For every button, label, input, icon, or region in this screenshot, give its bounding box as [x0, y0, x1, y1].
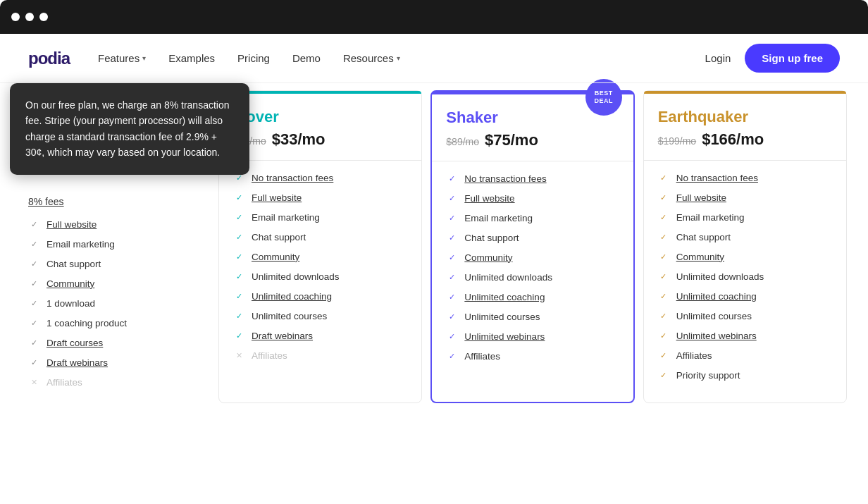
- feature-label[interactable]: Unlimited webinars: [676, 331, 757, 341]
- feature-label[interactable]: Unlimited coaching: [464, 292, 545, 302]
- feature-label[interactable]: Draft webinars: [46, 357, 108, 368]
- feature-label[interactable]: Draft courses: [46, 338, 103, 348]
- chevron-down-icon: ▾: [142, 54, 146, 62]
- check-icon: ✓: [28, 317, 39, 328]
- check-icon: ✓: [28, 278, 39, 289]
- list-item: ✓ Community: [446, 252, 619, 263]
- list-item: ✓ Unlimited courses: [233, 310, 407, 321]
- nav-links: Features ▾ Examples Pricing Demo Resourc…: [98, 52, 705, 64]
- feature-label[interactable]: Full website: [464, 193, 514, 204]
- feature-label: Priority support: [676, 370, 740, 381]
- earthquaker-column: Earthquaker $199/mo $166/mo ✓ No transac…: [643, 90, 847, 403]
- shaker-column: BEST DEAL Shaker $89/mo $75/mo ✓ No tran…: [430, 90, 634, 403]
- list-item: ✓ No transaction fees: [658, 172, 832, 183]
- shaker-feature-list: ✓ No transaction fees ✓ Full website ✓ E…: [446, 173, 619, 362]
- feature-label[interactable]: Unlimited webinars: [464, 331, 545, 342]
- list-item: ✓ Unlimited coaching: [446, 291, 619, 302]
- feature-label[interactable]: Community: [252, 252, 299, 262]
- feature-label[interactable]: Community: [464, 252, 512, 263]
- logo-text: podia: [28, 49, 70, 68]
- fee-link[interactable]: 8% fees: [28, 196, 203, 207]
- check-icon: ✓: [28, 357, 39, 368]
- feature-label: Unlimited courses: [676, 311, 752, 321]
- nav-demo[interactable]: Demo: [292, 52, 321, 64]
- logo[interactable]: podia: [28, 49, 70, 68]
- nav-examples[interactable]: Examples: [168, 52, 215, 64]
- list-item: ✓ Full website: [446, 192, 619, 204]
- check-icon: ✓: [658, 271, 669, 282]
- feature-label: Email marketing: [464, 213, 533, 223]
- feature-label[interactable]: No transaction fees: [464, 173, 546, 184]
- list-item: ✓ Unlimited coaching: [233, 290, 407, 302]
- nav-features[interactable]: Features ▾: [98, 52, 146, 64]
- list-item: ✓ Unlimited courses: [658, 310, 832, 321]
- check-icon: ✓: [446, 311, 457, 322]
- shaker-price-old: $89/mo: [446, 136, 479, 147]
- list-item: ✓ Email marketing: [233, 211, 407, 223]
- login-button[interactable]: Login: [705, 52, 731, 64]
- nav-pricing[interactable]: Pricing: [237, 52, 270, 64]
- feature-label[interactable]: Full website: [676, 192, 726, 203]
- check-icon: ✓: [446, 271, 457, 283]
- free-feature-download: ✓ 1 download: [28, 297, 203, 309]
- list-item: ✓ Email marketing: [658, 211, 832, 223]
- nav-actions: Login Sign up free: [705, 44, 840, 73]
- main-content: On our free plan, we charge an 8% transa…: [0, 83, 868, 410]
- list-item: ✓ No transaction fees: [446, 173, 619, 184]
- feature-label[interactable]: Community: [46, 278, 94, 289]
- check-icon: ✓: [233, 271, 244, 282]
- check-icon: ✓: [658, 211, 669, 223]
- list-item: ✓ Unlimited coaching: [658, 290, 832, 302]
- feature-label[interactable]: Community: [676, 252, 724, 262]
- feature-label: Unlimited courses: [252, 311, 327, 321]
- check-icon: ✓: [658, 330, 669, 341]
- list-item: ✓ Chat support: [658, 231, 832, 242]
- shaker-price-new: $75/mo: [485, 131, 538, 149]
- feature-label: Affiliates: [464, 351, 500, 362]
- free-feature-webinars: ✓ Draft webinars: [28, 357, 203, 368]
- browser-content: podia Features ▾ Examples Pricing Demo R…: [0, 34, 868, 504]
- feature-label[interactable]: Full website: [252, 192, 302, 203]
- feature-label[interactable]: Draft webinars: [252, 331, 313, 341]
- list-item: ✓ Affiliates: [446, 350, 619, 362]
- feature-label: Chat support: [464, 233, 519, 243]
- best-deal-text: BEST: [595, 90, 613, 97]
- feature-label: Unlimited downloads: [464, 272, 552, 283]
- check-icon: ✓: [446, 192, 457, 204]
- check-icon: ✓: [658, 192, 669, 203]
- nav-resources[interactable]: Resources ▾: [343, 52, 400, 64]
- check-icon: ✓: [28, 238, 39, 250]
- best-deal-badge: BEST DEAL: [585, 79, 622, 116]
- feature-label: Chat support: [676, 232, 731, 242]
- check-icon: ✓: [28, 297, 39, 309]
- feature-label: Unlimited courses: [464, 312, 540, 322]
- check-icon: ✓: [28, 337, 39, 348]
- navbar: podia Features ▾ Examples Pricing Demo R…: [0, 34, 868, 83]
- mover-top-bar: [219, 91, 421, 94]
- feature-label[interactable]: No transaction fees: [252, 173, 333, 183]
- check-icon: ✓: [446, 232, 457, 243]
- list-item: ✓ Community: [233, 251, 407, 262]
- feature-label[interactable]: No transaction fees: [676, 173, 758, 183]
- feature-label: Chat support: [252, 232, 306, 242]
- list-item: ✓ Affiliates: [658, 350, 832, 361]
- list-item: ✓ Unlimited courses: [446, 311, 619, 322]
- feature-label: 1 download: [46, 298, 95, 309]
- feature-label[interactable]: Unlimited coaching: [252, 291, 332, 302]
- check-icon: ✓: [446, 291, 457, 302]
- earthquaker-price-new: $166/mo: [702, 130, 764, 149]
- best-deal-text-2: DEAL: [594, 97, 613, 105]
- check-icon: ✓: [658, 350, 669, 361]
- free-feature-chat: ✓ Chat support: [28, 258, 203, 269]
- earthquaker-plan-name: Earthquaker: [658, 108, 832, 126]
- mover-price: $39/mo $33/mo: [233, 130, 407, 149]
- feature-label: Email marketing: [46, 239, 115, 250]
- feature-label[interactable]: Unlimited coaching: [676, 291, 757, 302]
- list-item: ✓ Unlimited downloads: [658, 271, 832, 282]
- check-icon: ✓: [233, 330, 244, 341]
- feature-label[interactable]: Full website: [46, 219, 97, 230]
- free-feature-affiliates: ✕ Affiliates: [28, 376, 203, 388]
- signup-button[interactable]: Sign up free: [745, 44, 840, 73]
- list-item: ✓ Email marketing: [446, 212, 619, 223]
- list-item: ✓ Unlimited webinars: [446, 331, 619, 342]
